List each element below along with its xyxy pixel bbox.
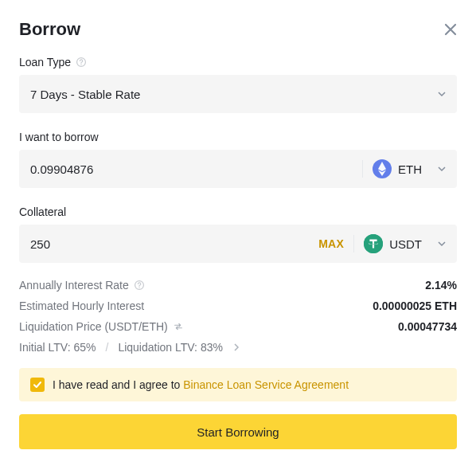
agreement-text-wrap: I have read and I agree to Binance Loan … <box>53 378 349 391</box>
borrow-currency-group: ETH <box>362 159 446 178</box>
agreement-link[interactable]: Binance Loan Service Agreement <box>183 378 349 391</box>
collateral-field: MAX USDT <box>19 225 457 263</box>
liquidation-price-label-wrap: Liquidation Price (USDT/ETH) <box>19 320 184 333</box>
eth-icon <box>373 159 392 178</box>
ltv-divider: / <box>106 341 109 354</box>
start-borrowing-button[interactable]: Start Borrowing <box>19 414 457 449</box>
hourly-interest-label: Estimated Hourly Interest <box>19 299 144 312</box>
borrow-currency-select[interactable]: ETH <box>373 159 446 178</box>
collateral-label: Collateral <box>19 206 66 218</box>
initial-ltv: Initial LTV: 65% <box>19 341 96 354</box>
usdt-icon <box>364 234 383 253</box>
borrow-label: I want to borrow <box>19 131 99 143</box>
liquidation-ltv: Liquidation LTV: 83% <box>118 341 223 354</box>
borrow-amount-input[interactable] <box>30 162 362 176</box>
hourly-interest-row: Estimated Hourly Interest 0.00000025 ETH <box>19 299 457 312</box>
separator <box>362 160 363 178</box>
svg-point-1 <box>80 64 81 65</box>
close-icon <box>444 23 457 36</box>
agreement-text: I have read and I agree to <box>53 378 183 391</box>
close-button[interactable] <box>444 23 457 36</box>
liquidation-price-value: 0.00047734 <box>398 320 457 333</box>
collateral-currency-select[interactable]: USDT <box>364 234 446 253</box>
agreement-box: I have read and I agree to Binance Loan … <box>19 368 457 401</box>
collateral-right-group: MAX USDT <box>318 234 446 253</box>
annual-rate-row: Annually Interest Rate 2.14% <box>19 279 457 292</box>
max-button[interactable]: MAX <box>318 237 344 250</box>
caret-down-icon <box>438 90 446 98</box>
annual-rate-value: 2.14% <box>425 279 457 292</box>
borrow-modal: Borrow Loan Type 7 Days - Stable Rate I … <box>0 0 476 458</box>
hourly-interest-value: 0.00000025 ETH <box>373 299 457 312</box>
help-icon[interactable] <box>134 280 145 291</box>
caret-down-icon <box>438 165 446 173</box>
caret-down-icon <box>438 240 446 248</box>
collateral-label-row: Collateral <box>19 206 457 218</box>
modal-header: Borrow <box>19 19 457 40</box>
agreement-checkbox[interactable] <box>30 378 45 392</box>
check-icon <box>33 380 42 389</box>
borrow-label-row: I want to borrow <box>19 131 457 143</box>
borrow-field: ETH <box>19 150 457 188</box>
loan-type-label-row: Loan Type <box>19 56 457 69</box>
liquidation-price-label: Liquidation Price (USDT/ETH) <box>19 320 168 333</box>
loan-type-value: 7 Days - Stable Rate <box>30 88 438 101</box>
chevron-right-icon[interactable] <box>232 343 240 351</box>
collateral-amount-input[interactable] <box>30 237 318 251</box>
modal-title: Borrow <box>19 19 80 40</box>
liquidation-price-row: Liquidation Price (USDT/ETH) 0.00047734 <box>19 320 457 333</box>
separator <box>353 235 354 252</box>
collateral-currency-symbol: USDT <box>389 237 422 251</box>
borrow-currency-symbol: ETH <box>398 162 422 176</box>
ltv-row: Initial LTV: 65% / Liquidation LTV: 83% <box>19 341 457 354</box>
annual-rate-label: Annually Interest Rate <box>19 279 129 292</box>
loan-type-label: Loan Type <box>19 56 71 69</box>
loan-type-select[interactable]: 7 Days - Stable Rate <box>19 75 457 113</box>
annual-rate-label-wrap: Annually Interest Rate <box>19 279 145 292</box>
help-icon[interactable] <box>76 57 87 68</box>
swap-icon[interactable] <box>173 321 184 332</box>
svg-point-4 <box>139 287 139 288</box>
